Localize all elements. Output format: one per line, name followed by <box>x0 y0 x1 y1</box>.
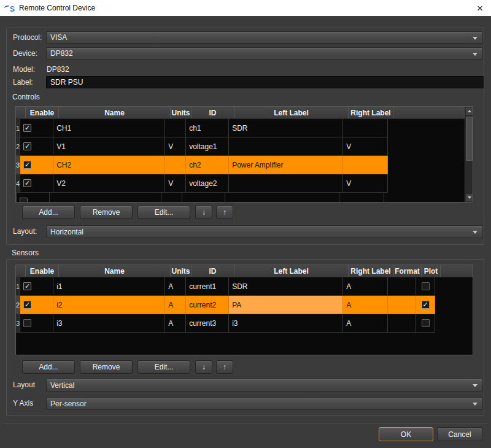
col-header-units[interactable]: Units <box>171 107 191 118</box>
name-cell[interactable]: i3 <box>53 314 165 333</box>
left-label-cell[interactable]: SDR <box>229 119 343 137</box>
format-cell[interactable] <box>388 314 416 333</box>
units-cell[interactable]: A <box>165 277 186 296</box>
table-row-partial[interactable] <box>16 193 473 203</box>
right-label-cell[interactable] <box>343 119 388 137</box>
sensors-layout-select[interactable]: Vertical <box>46 379 483 392</box>
id-cell[interactable]: ch1 <box>186 119 229 137</box>
controls-remove-button[interactable]: Remove <box>80 206 133 219</box>
plot-checkbox[interactable] <box>422 282 430 290</box>
name-cell[interactable] <box>50 193 161 203</box>
left-label-cell[interactable]: i3 <box>229 314 343 333</box>
controls-edit-button[interactable]: Edit... <box>137 206 190 219</box>
table-row[interactable]: 3 i3 A current3 i3 A <box>16 314 473 333</box>
col-header-id[interactable]: ID <box>191 265 234 277</box>
col-header-right-label[interactable]: Right Label <box>349 265 393 277</box>
scrollbar-thumb[interactable] <box>466 117 473 161</box>
sensors-remove-button[interactable]: Remove <box>80 360 133 374</box>
enable-checkbox[interactable]: ✓ <box>23 179 31 187</box>
table-row[interactable]: 1 ✓ CH1 ch1 SDR <box>16 119 473 137</box>
enable-checkbox[interactable] <box>20 198 28 203</box>
id-cell[interactable]: voltage2 <box>186 174 229 193</box>
enable-cell[interactable] <box>20 314 53 333</box>
cancel-button[interactable]: Cancel <box>437 427 482 441</box>
name-cell[interactable]: i2 <box>53 296 165 314</box>
scroll-up-icon[interactable] <box>465 107 473 115</box>
ok-button[interactable]: OK <box>379 427 433 441</box>
units-cell[interactable] <box>165 119 186 137</box>
id-cell[interactable]: current1 <box>186 277 229 296</box>
device-select[interactable]: DP832 <box>46 47 483 60</box>
right-label-cell[interactable]: A <box>343 314 388 333</box>
format-cell[interactable] <box>388 277 416 296</box>
sensors-add-button[interactable]: Add... <box>22 360 75 374</box>
controls-move-down-button[interactable]: ↓ <box>195 206 212 219</box>
id-cell[interactable]: current3 <box>186 314 229 333</box>
enable-checkbox[interactable]: ✓ <box>23 142 31 150</box>
enable-cell[interactable]: ✓ <box>20 156 53 174</box>
id-cell[interactable]: voltage1 <box>186 137 229 156</box>
row-number[interactable]: 2 <box>16 137 20 156</box>
col-header-right-label[interactable]: Right Label <box>349 107 393 118</box>
protocol-select[interactable]: VISA <box>46 31 483 44</box>
col-header-id[interactable]: ID <box>191 107 234 118</box>
table-row[interactable]: 1 ✓ i1 A current1 SDR A <box>16 277 473 296</box>
table-row[interactable]: 2 ✓ V1 V voltage1 V <box>16 137 473 156</box>
scroll-down-icon[interactable] <box>465 193 473 202</box>
left-label-cell[interactable]: SDR <box>229 277 343 296</box>
row-number[interactable]: 3 <box>16 314 20 333</box>
name-cell[interactable]: V1 <box>53 137 165 156</box>
units-cell[interactable]: A <box>165 314 186 333</box>
name-cell[interactable]: CH2 <box>53 156 165 174</box>
units-cell[interactable]: V <box>165 174 186 193</box>
id-cell[interactable] <box>182 193 225 203</box>
format-cell[interactable] <box>388 296 416 314</box>
sensors-edit-button[interactable]: Edit... <box>137 360 190 374</box>
label-input[interactable] <box>46 76 484 88</box>
col-header-enable[interactable]: Enable <box>26 107 59 118</box>
right-label-cell[interactable]: V <box>343 137 388 156</box>
row-number[interactable]: 4 <box>16 174 20 193</box>
col-header-enable[interactable]: Enable <box>26 265 59 277</box>
col-header-format[interactable]: Format <box>393 265 422 277</box>
left-label-cell[interactable] <box>229 174 343 193</box>
name-cell[interactable]: CH1 <box>53 119 165 137</box>
enable-cell[interactable]: ✓ <box>20 277 53 296</box>
row-number[interactable]: 2 <box>16 296 20 314</box>
id-cell[interactable]: current2 <box>186 296 229 314</box>
name-cell[interactable]: i1 <box>53 277 165 296</box>
close-icon[interactable]: × <box>477 3 483 14</box>
enable-checkbox[interactable]: ✓ <box>23 161 31 169</box>
right-label-cell[interactable] <box>339 193 384 203</box>
controls-add-button[interactable]: Add... <box>22 206 75 219</box>
left-label-cell[interactable] <box>225 193 339 203</box>
plot-checkbox[interactable]: ✓ <box>422 301 430 309</box>
col-header-units[interactable]: Units <box>171 265 191 277</box>
left-label-cell[interactable]: Power Amplifier <box>229 156 343 174</box>
units-cell[interactable]: V <box>165 137 186 156</box>
left-label-cell[interactable]: PA <box>229 296 343 314</box>
sensors-move-up-button[interactable]: ↑ <box>216 360 233 374</box>
units-cell[interactable]: A <box>165 296 186 314</box>
plot-cell[interactable]: ✓ <box>416 296 435 314</box>
col-header-left-label[interactable]: Left Label <box>234 265 349 277</box>
id-cell[interactable]: ch2 <box>186 156 229 174</box>
vertical-scrollbar[interactable] <box>465 107 473 202</box>
enable-checkbox[interactable]: ✓ <box>23 282 31 290</box>
right-label-cell[interactable]: A <box>343 277 388 296</box>
enable-cell[interactable] <box>17 193 50 203</box>
name-cell[interactable]: V2 <box>53 174 165 193</box>
controls-layout-select[interactable]: Horizontal <box>46 225 483 238</box>
table-row-selected[interactable]: 3 ✓ CH2 ch2 Power Amplifier <box>16 156 473 174</box>
table-row[interactable]: 4 ✓ V2 V voltage2 V <box>16 174 473 193</box>
left-label-cell[interactable] <box>229 137 343 156</box>
enable-cell[interactable]: ✓ <box>20 137 53 156</box>
sensors-move-down-button[interactable]: ↓ <box>195 360 212 374</box>
col-header-name[interactable]: Name <box>59 107 171 118</box>
controls-move-up-button[interactable]: ↑ <box>216 206 233 219</box>
right-label-cell[interactable] <box>343 156 388 174</box>
enable-checkbox[interactable]: ✓ <box>23 124 31 132</box>
enable-cell[interactable]: ✓ <box>20 119 53 137</box>
enable-checkbox[interactable] <box>23 319 31 327</box>
table-row-selected[interactable]: 2 ✓ i2 A current2 PA A ✓ <box>16 296 473 314</box>
